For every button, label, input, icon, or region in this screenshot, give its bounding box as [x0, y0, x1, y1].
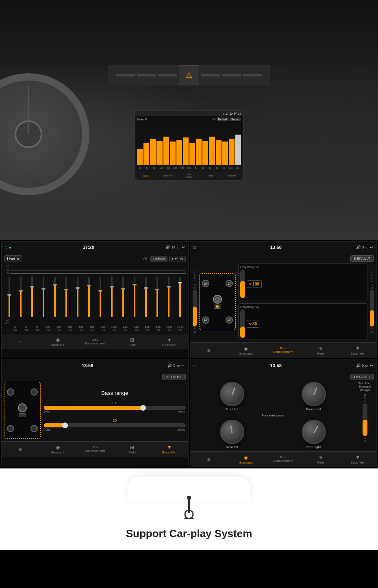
bottom-section: Support Car-play System: [0, 468, 378, 550]
eq-slider-col[interactable]: [4, 276, 15, 317]
ss4-nav-bass[interactable]: Bass Enhancement: [265, 452, 302, 467]
screenshot-bass-enh: □ 13:58 🔊 0 ▭ ↩ DEFAULT 12 6 3 0: [190, 241, 377, 358]
front-right-label: Front right: [306, 407, 321, 411]
ss4-default-btn[interactable]: DEFAULT: [350, 374, 374, 380]
nav-bassfilter[interactable]: ▼ Bass filter: [151, 334, 188, 349]
eq-slider-col[interactable]: [72, 276, 83, 317]
ss3-battery: 0: [173, 364, 175, 368]
nav-field[interactable]: ⊞ Field: [113, 334, 151, 349]
mini-eq-bar: [196, 139, 202, 165]
eq-slider-col[interactable]: [141, 276, 151, 317]
front-left-label: Front left: [226, 407, 239, 411]
mini-eq-bar: [163, 137, 169, 165]
ss4-nav-surround[interactable]: ◉ Surround: [227, 452, 265, 467]
eq-slider-col[interactable]: [129, 276, 140, 317]
ss3-time: 13:58: [82, 363, 93, 368]
screenshot-surround: □ 13:58 🔊 0 ▭ ↩ DEFAULT: [190, 359, 377, 467]
ss1-statusbar: □ ● 17:20 🔊 14 ▭ ↩: [2, 242, 188, 253]
nav-surround[interactable]: ◉ Surround: [39, 334, 76, 349]
support-title: Support Car-play System: [126, 527, 252, 540]
ss2-statusbar: □ 13:58 🔊 0 ▭ ↩: [190, 242, 377, 253]
hero-statusbar: ● 17:20 🔊 14: [135, 111, 243, 116]
mini-eq-bar: [189, 143, 195, 165]
ss2-nav-field[interactable]: ⊞ Field: [302, 343, 339, 358]
ss4-nav-eq[interactable]: ≡: [190, 452, 228, 467]
surround-space-label: Surround space: [261, 414, 284, 417]
ss3-nav-field[interactable]: ⊞ Field: [113, 442, 151, 457]
hero-center-screen: ● 17:20 🔊 14 User ∨ All Default Set up: [134, 110, 244, 181]
eq-slider-col[interactable]: [50, 276, 60, 317]
mini-eq-bar: [156, 141, 162, 165]
eq-slider-col[interactable]: [106, 276, 117, 317]
ss2-default-btn[interactable]: DEFAULT: [350, 255, 374, 262]
screenshot-bass-range: □ 13:58 🔊 0 ▭ ↩ DEFAULT: [1, 359, 189, 467]
eq-slider-col[interactable]: [15, 276, 26, 317]
slider2-value: 20: [44, 418, 186, 422]
nav-eq[interactable]: ≡: [2, 334, 39, 349]
svg-rect-0: [187, 496, 191, 499]
eq-slider-col[interactable]: [27, 276, 37, 317]
ss3-statusbar: □ 13:58 🔊 0 ▭ ↩: [2, 360, 188, 371]
ss2-nav-surround[interactable]: ◉ Surround: [227, 343, 265, 358]
ss3-bottom-nav: ≡ ◉ Surround Bass Enhancement ⊞ Field ▼ …: [2, 441, 188, 457]
ss4-nav-field[interactable]: ⊞ Field: [302, 452, 339, 467]
ss3-default-btn[interactable]: DEFAULT: [162, 374, 186, 380]
mini-eq-bar: [143, 143, 149, 165]
ss1-battery: 14: [171, 245, 175, 249]
rear-right-label: Rear right: [306, 445, 321, 449]
hero-section: ⚠ ● 17:20 🔊 14 User ∨ All Default Set up: [0, 0, 378, 240]
ss2-battery: 0: [362, 245, 364, 249]
slider1-max: 250Hz: [177, 411, 185, 414]
freq1-value: < 108: [247, 280, 262, 288]
ss2-nav-eq[interactable]: ≡: [190, 343, 228, 358]
screenshots-grid: □ ● 17:20 🔊 14 ▭ ↩ User ∨ All Default Se…: [0, 240, 378, 468]
hero-time: 17:20: [226, 112, 233, 115]
ss3-content: DEFAULT: [2, 371, 188, 441]
setup-btn[interactable]: Set up: [169, 256, 185, 262]
ss4-statusbar: □ 13:58 🔊 0 ▭ ↩: [190, 360, 377, 371]
ss3-nav-bassfilter[interactable]: ▼ Bass filter: [151, 442, 188, 457]
ss4-nav-bassfilter[interactable]: ▼ Bass filter: [339, 452, 376, 467]
freq1-label: Frequency(HZ): [240, 266, 366, 268]
vent-area: ⚠: [108, 65, 270, 85]
default-btn[interactable]: Default: [150, 256, 168, 262]
svg-rect-3: [188, 512, 190, 513]
eq-slider-col[interactable]: [95, 276, 106, 317]
ss4-surround-content: DEFAULT Front left: [190, 371, 377, 451]
ss2-time: 13:58: [270, 245, 282, 250]
eq-slider-col[interactable]: [118, 276, 128, 317]
eq-slider-col[interactable]: [38, 276, 49, 317]
rear-left-label: Rear left: [226, 445, 238, 449]
mini-eq-bar: [229, 139, 235, 165]
mini-eq-bar: [202, 141, 208, 165]
mini-eq-bar: [222, 142, 228, 165]
slider2-min: 20Hz: [44, 428, 50, 431]
eq-slider-col[interactable]: [152, 276, 163, 317]
mini-eq-bar: [137, 149, 143, 165]
ss3-nav-surround[interactable]: ◉ Surround: [39, 442, 76, 457]
eq-slider-col[interactable]: [61, 276, 72, 317]
mini-eq-bar: [209, 137, 215, 165]
mini-eq-bar: [183, 137, 189, 165]
mini-eq-bar: [235, 135, 241, 165]
user-select[interactable]: User ∨: [4, 255, 22, 262]
nav-bass[interactable]: Bass Enhancement: [76, 334, 113, 349]
ss2-nav-bassfilter[interactable]: ▼ Bass filter: [339, 343, 376, 358]
ss4-battery: 0: [362, 364, 364, 368]
ss1-eq-sliders[interactable]: [4, 274, 186, 319]
eq-slider-col[interactable]: [175, 276, 185, 317]
ss1-time: 17:20: [83, 245, 94, 250]
hero-mini-eq-bars: [137, 124, 241, 165]
hazard-button[interactable]: ⚠: [179, 65, 199, 85]
ss3-nav-bass[interactable]: Bass Enhancement: [76, 442, 113, 457]
bass-range-title: Bass range: [44, 390, 186, 396]
eq-slider-col[interactable]: [84, 276, 94, 317]
all-btn[interactable]: All: [141, 256, 149, 262]
ss3-nav-eq[interactable]: ≡: [2, 442, 39, 457]
screenshot-eq: □ ● 17:20 🔊 14 ▭ ↩ User ∨ All Default Se…: [1, 241, 189, 358]
ss2-nav-bass[interactable]: Bass Enhancement: [265, 343, 302, 358]
ss1-eq-content: User ∨ All Default Set up 12 6 0: [2, 253, 188, 334]
eq-slider-col[interactable]: [163, 276, 174, 317]
ss2-bottom-nav: ≡ ◉ Surround Bass Enhancement ⊞ Field ▼ …: [190, 342, 377, 358]
ss2-bass-content: DEFAULT 12 6 3 0 -3 -6 -12 -17: [190, 253, 377, 342]
